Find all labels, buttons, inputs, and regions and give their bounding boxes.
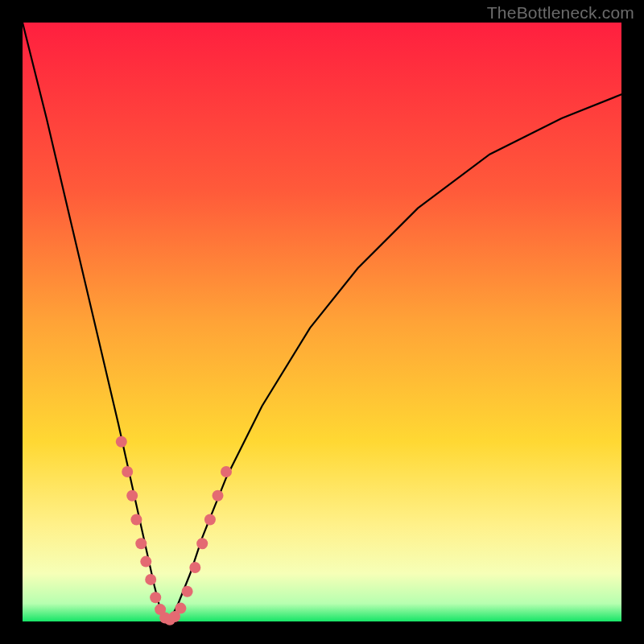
curve-bead bbox=[145, 574, 156, 585]
bottleneck-curve-svg bbox=[23, 23, 621, 621]
curve-bead bbox=[196, 538, 208, 549]
curve-bead bbox=[213, 490, 224, 502]
curve-bead bbox=[135, 538, 147, 549]
curve-bead bbox=[189, 562, 200, 573]
curve-bead bbox=[140, 556, 151, 568]
curve-bead bbox=[126, 490, 138, 502]
watermark-text: TheBottleneck.com bbox=[487, 3, 634, 23]
curve-bead bbox=[204, 514, 216, 526]
bottleneck-curve bbox=[23, 23, 621, 621]
curve-bead bbox=[221, 466, 232, 477]
curve-bead bbox=[130, 514, 142, 526]
outer-black-frame: TheBottleneck.com bbox=[0, 0, 644, 644]
curve-bead bbox=[116, 436, 127, 448]
bead-group bbox=[116, 436, 232, 625]
curve-bead bbox=[182, 586, 193, 597]
curve-bead bbox=[150, 592, 161, 603]
gradient-plot-area bbox=[23, 23, 621, 621]
curve-bead bbox=[175, 603, 186, 614]
curve-bead bbox=[122, 466, 133, 477]
